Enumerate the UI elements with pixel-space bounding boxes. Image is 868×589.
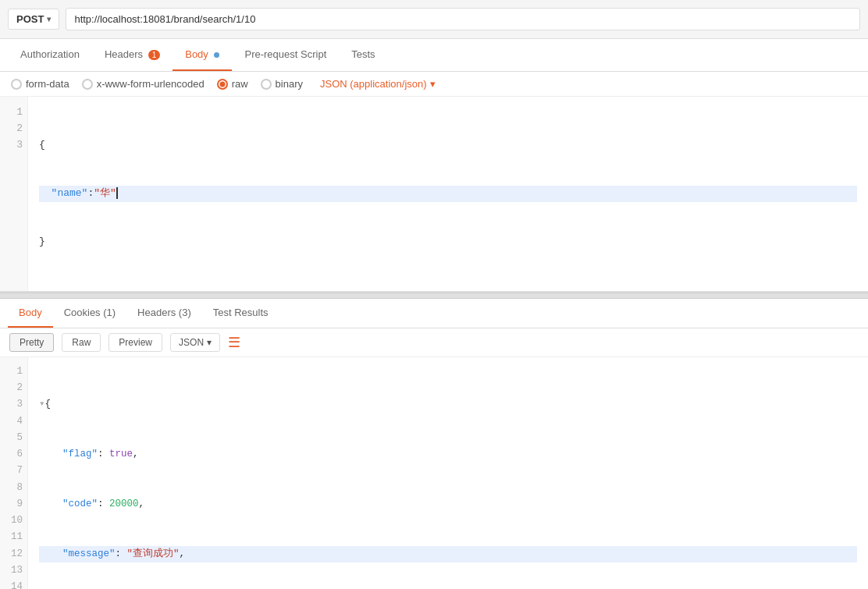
resp-tab-test-results-label: Test Results: [213, 307, 269, 318]
method-select[interactable]: POST ▾: [8, 9, 59, 30]
method-chevron: ▾: [47, 15, 51, 23]
tab-authorization-label: Authorization: [20, 48, 80, 60]
radio-form-data-label: form-data: [26, 78, 69, 90]
radio-raw-circle: [217, 79, 228, 90]
resp-tab-test-results[interactable]: Test Results: [202, 299, 279, 328]
request-body-code[interactable]: { "name":"华"​ }: [28, 97, 868, 291]
radio-binary-label: binary: [276, 78, 303, 90]
url-input[interactable]: [66, 8, 860, 30]
response-json-select[interactable]: JSON ▾: [170, 333, 220, 352]
tab-authorization[interactable]: Authorization: [8, 39, 92, 71]
resp-lnum-10: 10: [5, 513, 23, 529]
url-bar: POST ▾: [0, 0, 868, 39]
tab-pre-request-label: Pre-request Script: [244, 48, 326, 60]
body-dot: [214, 52, 219, 58]
resp-line-4: "message": "查询成功",: [39, 546, 857, 562]
tab-headers-label: Headers: [105, 48, 143, 60]
response-line-numbers: 1 2 3 4 5 6 7 8 9 10 11 12 13 14 15 16 1…: [0, 357, 28, 589]
request-body-editor: 1 2 3 { "name":"华"​ }: [0, 97, 868, 293]
tab-pre-request[interactable]: Pre-request Script: [232, 39, 339, 71]
response-body: 1 2 3 4 5 6 7 8 9 10 11 12 13 14 15 16 1…: [0, 357, 868, 589]
radio-form-data-circle: [11, 79, 22, 90]
wrap-icon[interactable]: ☰: [228, 334, 240, 351]
resp-lnum-8: 8: [5, 480, 23, 496]
radio-binary[interactable]: binary: [261, 78, 303, 90]
resp-lnum-2: 2: [5, 380, 23, 396]
response-json-label: JSON: [179, 337, 204, 348]
resp-lnum-13: 13: [5, 562, 23, 579]
headers-badge: 1: [148, 50, 161, 60]
resp-lnum-11: 11: [5, 529, 23, 545]
resp-lnum-14: 14: [5, 579, 23, 589]
resp-lnum-3: 3: [5, 396, 23, 413]
resp-tab-body-label: Body: [19, 307, 42, 318]
resp-lnum-12: 12: [5, 546, 23, 562]
resp-lnum-5: 5: [5, 430, 23, 446]
response-format-bar: Pretty Raw Preview JSON ▾ ☰: [0, 328, 868, 357]
response-json-chevron: ▾: [207, 337, 212, 348]
radio-urlencoded[interactable]: x-www-form-urlencoded: [82, 78, 205, 90]
request-tab-bar: Authorization Headers 1 Body Pre-request…: [0, 39, 868, 72]
req-line-1: {: [39, 137, 857, 154]
resp-lnum-6: 6: [5, 446, 23, 463]
line-num-2: 2: [5, 121, 23, 137]
resp-tab-cookies[interactable]: Cookies (1): [53, 299, 126, 328]
json-format-dropdown[interactable]: JSON (application/json) ▾: [320, 78, 436, 90]
req-line-2: "name":"华"​: [39, 186, 857, 202]
resp-tab-headers-label: Headers (3): [137, 307, 191, 318]
line-num-3: 3: [5, 137, 23, 154]
preview-button[interactable]: Preview: [108, 333, 162, 352]
radio-raw-label: raw: [232, 78, 248, 90]
resp-line-2: "flag": true,: [39, 446, 857, 463]
radio-raw[interactable]: raw: [217, 78, 248, 90]
resp-tab-cookies-label: Cookies (1): [64, 307, 116, 318]
json-format-chevron: ▾: [430, 78, 436, 90]
tab-body-label: Body: [185, 48, 208, 60]
resp-lnum-4: 4: [5, 413, 23, 430]
tab-tests-label: Tests: [351, 48, 375, 60]
resp-lnum-1: 1: [5, 364, 23, 380]
resp-tab-body[interactable]: Body: [8, 299, 53, 328]
resp-lnum-9: 9: [5, 496, 23, 513]
radio-urlencoded-label: x-www-form-urlencoded: [97, 78, 205, 90]
method-label: POST: [16, 13, 44, 25]
raw-button[interactable]: Raw: [62, 333, 101, 352]
req-line-3: }: [39, 234, 857, 250]
radio-form-data[interactable]: form-data: [11, 78, 69, 90]
request-line-numbers: 1 2 3: [0, 97, 28, 291]
radio-binary-circle: [261, 79, 272, 90]
response-tab-bar: Body Cookies (1) Headers (3) Test Result…: [0, 299, 868, 328]
pretty-button[interactable]: Pretty: [9, 333, 54, 352]
fold-1[interactable]: ▾: [39, 399, 45, 410]
line-num-1: 1: [5, 105, 23, 121]
json-format-label: JSON (application/json): [320, 78, 427, 90]
resp-line-3: "code": 20000,: [39, 496, 857, 513]
tab-body[interactable]: Body: [173, 39, 232, 71]
resp-lnum-7: 7: [5, 463, 23, 479]
resp-tab-headers[interactable]: Headers (3): [126, 299, 202, 328]
body-type-bar: form-data x-www-form-urlencoded raw bina…: [0, 72, 868, 97]
tab-headers[interactable]: Headers 1: [92, 39, 173, 71]
radio-urlencoded-circle: [82, 79, 93, 90]
resp-line-1: ▾{: [39, 396, 857, 413]
response-code-content: ▾{ "flag": true, "code": 20000, "message…: [28, 357, 868, 589]
section-divider: [0, 293, 868, 299]
tab-tests[interactable]: Tests: [339, 39, 387, 71]
